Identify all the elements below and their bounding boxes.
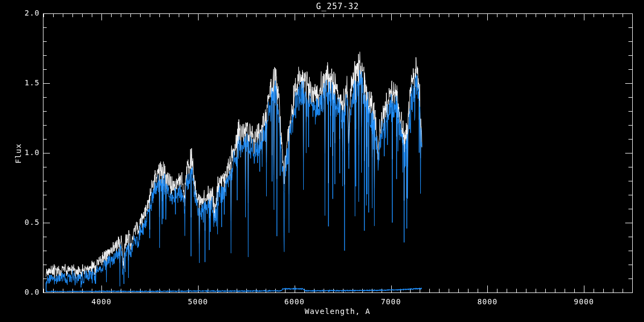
chart-title: G_257-32 — [43, 2, 632, 11]
spectrum-plot-canvas — [0, 0, 644, 322]
y-tick-label: 0.0 — [1, 288, 40, 296]
spectrum-figure: G_257-32 Flux Wavelength, A 400050006000… — [0, 0, 644, 322]
x-tick-label: 8000 — [466, 297, 509, 306]
x-tick-label: 9000 — [562, 297, 605, 306]
y-tick-label: 1.5 — [1, 78, 40, 87]
x-tick-label: 5000 — [177, 297, 219, 306]
x-tick-label: 4000 — [80, 297, 123, 306]
x-tick-label: 7000 — [370, 297, 413, 306]
x-axis-label: Wavelength, A — [43, 307, 632, 316]
y-tick-label: 1.0 — [1, 148, 40, 157]
y-tick-label: 2.0 — [1, 9, 40, 17]
y-tick-label: 0.5 — [1, 218, 40, 226]
x-tick-label: 6000 — [273, 297, 316, 306]
